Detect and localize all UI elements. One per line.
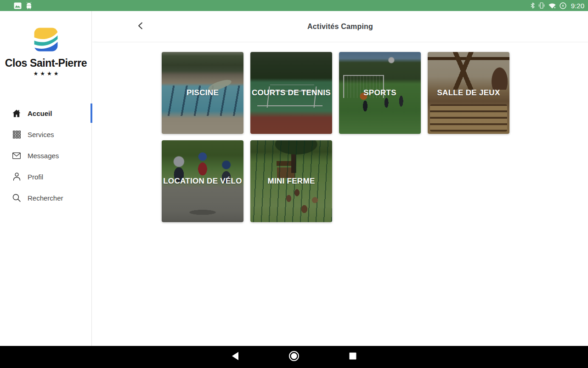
status-clock: 9:20 [570, 2, 584, 10]
home-circle-icon [288, 351, 300, 363]
activity-label: MINI FERME [250, 140, 332, 222]
search-icon [12, 194, 21, 202]
activity-card-tennis[interactable]: COURTS DE TENNIS [250, 52, 332, 134]
android-home-button[interactable] [283, 346, 305, 368]
android-icon [26, 2, 32, 9]
page-header: Activités Camping [92, 11, 588, 42]
android-recents-button[interactable] [342, 346, 364, 368]
activity-card-salle-de-jeux[interactable]: SALLE DE JEUX [428, 52, 509, 134]
main-content: Activités Camping PISCINE COURTS DE TENN… [92, 11, 588, 346]
sidebar-item-label: Messages [28, 152, 59, 160]
sidebar-item-accueil[interactable]: Accueil [0, 103, 92, 124]
brand-name: Clos Saint-Pierre [0, 57, 92, 69]
activity-card-mini-ferme[interactable]: MINI FERME [250, 140, 332, 222]
sidebar-nav: Accueil Services Messages Profil [0, 103, 92, 208]
camping-logo-icon [33, 27, 59, 52]
activity-label: SPORTS [339, 52, 421, 134]
activity-card-piscine[interactable]: PISCINE [162, 52, 243, 134]
page-title: Activités Camping [92, 11, 588, 42]
sidebar-item-label: Services [28, 131, 54, 138]
person-icon [12, 172, 21, 181]
sidebar-item-rechercher[interactable]: Rechercher [0, 187, 92, 208]
activity-label: COURTS DE TENNIS [250, 52, 332, 134]
sidebar: Clos Saint-Pierre ★★★★ Accueil Services [0, 11, 92, 346]
activity-card-sports[interactable]: SPORTS [339, 52, 421, 134]
back-icon [231, 351, 239, 362]
sidebar-item-label: Accueil [28, 109, 52, 117]
sidebar-item-label: Rechercher [28, 194, 63, 202]
app-shell: Clos Saint-Pierre ★★★★ Accueil Services [0, 11, 588, 346]
wifi-icon [548, 3, 556, 9]
activity-label: PISCINE [162, 52, 243, 134]
mail-icon [12, 151, 21, 160]
activity-label: SALLE DE JEUX [428, 52, 509, 134]
sidebar-item-label: Profil [28, 173, 43, 181]
sidebar-item-messages[interactable]: Messages [0, 145, 92, 166]
activity-label: LOCATION DE VÉLO [162, 140, 243, 222]
recents-icon [349, 352, 356, 362]
sidebar-item-services[interactable]: Services [0, 124, 92, 145]
vibrate-icon [538, 2, 545, 9]
sidebar-item-profil[interactable]: Profil [0, 166, 92, 187]
gallery-icon [14, 2, 22, 9]
android-back-button[interactable] [224, 346, 246, 368]
activity-card-location-velo[interactable]: LOCATION DE VÉLO [162, 140, 243, 222]
android-nav-bar [0, 346, 588, 368]
grid-icon [12, 130, 21, 138]
status-bar: 9:20 [0, 0, 588, 11]
bluetooth-icon [531, 2, 535, 9]
logo-block: Clos Saint-Pierre ★★★★ [0, 27, 92, 77]
battery-charging-icon [560, 2, 566, 9]
star-rating: ★★★★ [0, 70, 92, 77]
activities-grid: PISCINE COURTS DE TENNIS SPORTS SALLE DE… [162, 52, 516, 222]
home-icon [12, 109, 21, 117]
